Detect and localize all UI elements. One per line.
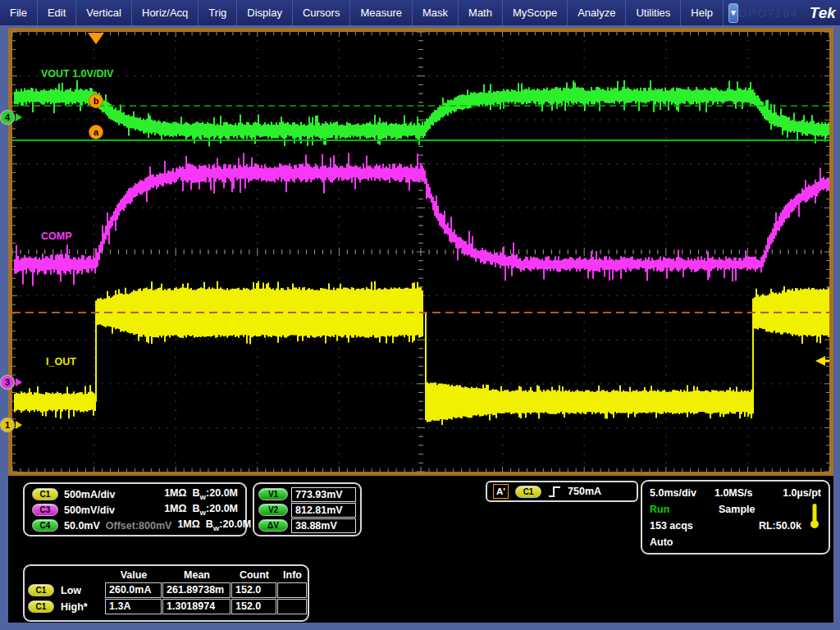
ch1-iout-trace [15, 281, 829, 425]
channel-row-c4[interactable]: C4 50.0mV Offset:800mV 1MΩ BW:20.0M [32, 518, 238, 533]
measurement-row-high[interactable]: C1 High* 1.3A 1.3018974 152.0 [28, 599, 304, 615]
oscilloscope-window: File Edit Vertical Horiz/Acq Trig Displa… [0, 0, 840, 630]
c3-scale: 500mV/div [64, 504, 115, 516]
cursor-badge-v1[interactable]: V1 [258, 488, 288, 500]
meas-high-count: 152.0 [231, 599, 276, 614]
meas-high-info [277, 599, 307, 614]
resolution: 1.0µs/pt [783, 487, 821, 499]
measurement-header-row: Value Mean Count Info [28, 568, 304, 582]
c1-scale: 500mA/div [64, 489, 116, 500]
c4-scale: 50.0mV [64, 520, 100, 532]
cursor-value-dv: 38.88mV [291, 518, 356, 533]
meas-source-badge[interactable]: C1 [28, 584, 54, 596]
trigger-source-badge[interactable]: C1 [515, 486, 541, 498]
cursor-badge-v2[interactable]: V2 [258, 504, 288, 516]
c4-offset: Offset:800mV [106, 520, 172, 532]
timebase: 5.0ms/div [650, 487, 696, 499]
svg-text:b: b [94, 96, 99, 106]
meas-low-info [277, 582, 307, 598]
trace-label: COMP [41, 231, 72, 242]
acq-count: 153 acqs [650, 520, 693, 532]
rising-edge-icon [548, 486, 561, 498]
c3-impedance-bw: 1MΩ BW:20.0M [164, 503, 238, 517]
channel-marker-arrow-4 [16, 113, 22, 121]
cursor-row-v2: V2 812.81mV [258, 502, 356, 518]
trigger-position-marker[interactable] [88, 33, 104, 44]
cursor-value-v2: 812.81mV [291, 503, 356, 518]
meas-name-high: High* [61, 601, 88, 613]
acq-row-trigmode: Auto [650, 534, 821, 550]
trigger-panel[interactable]: A' C1 750mA [486, 481, 638, 502]
measurement-table[interactable]: Value Mean Count Info C1 Low 260.0mA 261… [23, 564, 309, 622]
meas-high-mean: 1.3018974 [162, 599, 231, 614]
svg-text:4: 4 [5, 112, 11, 122]
trigger-level: 750mA [568, 486, 601, 497]
meas-low-mean: 261.89738m [162, 582, 231, 598]
trace-label: I_OUT [46, 356, 76, 368]
meas-source-badge[interactable]: C1 [28, 600, 54, 613]
cursor-value-v1: 773.93mV [291, 487, 356, 502]
cursor-readout-panel[interactable]: V1 773.93mV V2 812.81mV ΔV 38.88mV [253, 482, 362, 536]
cursor-row-dv: ΔV 38.88mV [258, 518, 356, 533]
acq-mode: Sample [719, 504, 755, 515]
meas-name-low: Low [61, 585, 81, 596]
trigger-aux-badge: A' [493, 484, 509, 499]
svg-text:1: 1 [5, 420, 10, 430]
meas-header-count: Count [231, 568, 277, 582]
trigger-level-marker[interactable] [815, 356, 825, 366]
channel-marker-arrow-3 [16, 378, 22, 386]
meas-header-value: Value [105, 568, 162, 582]
channel-badge-c1[interactable]: C1 [32, 488, 58, 500]
channel-marker-arrow-1 [16, 421, 22, 429]
acq-row-count: 153 acqs RL:50.0k [650, 518, 821, 534]
trace-label: VOUT 1.0V/DIV [41, 68, 114, 80]
measurement-row-low[interactable]: C1 Low 260.0mA 261.89738m 152.0 [28, 582, 304, 599]
channel-settings-panel[interactable]: C1 500mA/div 1MΩ BW:20.0M C3 500mV/div 1… [23, 482, 247, 536]
trigger-mode: Auto [650, 536, 673, 548]
run-state: Run [650, 504, 669, 515]
meas-header-info: Info [277, 568, 308, 582]
c1-impedance-bw: 1MΩ BW:20.0M [164, 487, 238, 501]
c4-impedance-bw: 1MΩ BW:20.0M [177, 518, 251, 532]
acquisition-panel[interactable]: 5.0ms/div 1.0MS/s 1.0µs/pt Run Sample 15… [641, 480, 830, 555]
ch4-vout-trace [15, 80, 829, 147]
channel-row-c3[interactable]: C3 500mV/div 1MΩ BW:20.0M [32, 502, 238, 518]
acq-row-state: Run Sample [650, 501, 821, 518]
meas-high-value: 1.3A [105, 599, 162, 614]
sample-rate: 1.0MS/s [714, 487, 753, 499]
ch3-comp-trace [15, 153, 829, 285]
channel-badge-c4[interactable]: C4 [32, 519, 58, 532]
meas-low-count: 152.0 [231, 582, 276, 598]
svg-text:3: 3 [5, 377, 10, 387]
cursor-badge-dv[interactable]: ΔV [258, 519, 288, 532]
acq-row-timebase: 5.0ms/div 1.0MS/s 1.0µs/pt [650, 485, 821, 501]
record-length: RL:50.0k [759, 520, 801, 532]
meas-header-mean: Mean [162, 568, 231, 582]
channel-row-c1[interactable]: C1 500mA/div 1MΩ BW:20.0M [32, 486, 238, 502]
cursor-row-v1: V1 773.93mV [258, 486, 356, 502]
channel-badge-c3[interactable]: C3 [32, 504, 58, 516]
svg-text:a: a [94, 127, 99, 137]
meas-low-value: 260.0mA [105, 582, 162, 598]
